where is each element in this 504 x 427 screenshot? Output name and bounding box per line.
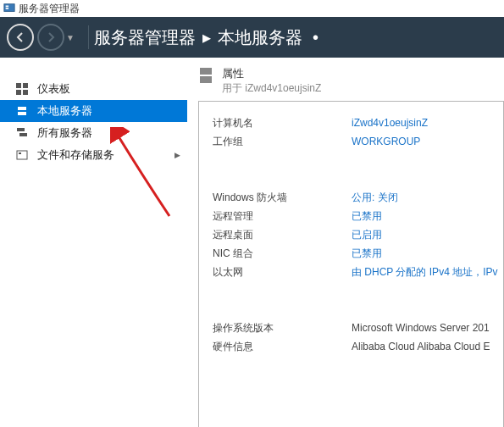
os-value: Microsoft Windows Server 201: [352, 322, 490, 334]
breadcrumb-root[interactable]: 服务器管理器: [94, 26, 196, 49]
storage-icon: [15, 148, 29, 162]
computer-name-link[interactable]: iZwd4v1oeujsinZ: [352, 117, 428, 129]
sidebar-item-label: 本地服务器: [37, 103, 92, 119]
prop-label: 计算机名: [213, 116, 352, 130]
svg-rect-13: [200, 68, 212, 75]
remote-desktop-link[interactable]: 已启用: [352, 228, 382, 242]
nic-link[interactable]: 已禁用: [352, 247, 382, 261]
workgroup-link[interactable]: WORKGROUP: [352, 136, 420, 147]
header: ▼ 服务器管理器 ▸ 本地服务器 •: [0, 17, 504, 58]
breadcrumb-separator: ▸: [202, 27, 211, 47]
dashboard-icon: [15, 82, 29, 96]
sidebar-item-local-server[interactable]: 本地服务器: [0, 100, 187, 122]
servers-icon: [15, 126, 29, 140]
sidebar-item-all-servers[interactable]: 所有服务器: [0, 122, 187, 144]
breadcrumb-current: 本地服务器: [218, 26, 302, 49]
sidebar-item-dashboard[interactable]: 仪表板: [0, 78, 187, 100]
properties-panel: 计算机名iZwd4v1oeujsinZ 工作组WORKGROUP Windows…: [198, 101, 504, 427]
svg-rect-5: [16, 90, 21, 95]
prop-label: Windows 防火墙: [213, 191, 352, 205]
prop-label: NIC 组合: [213, 247, 352, 261]
sidebar-item-label: 所有服务器: [37, 125, 92, 141]
svg-rect-11: [17, 151, 27, 159]
nav-dropdown-icon[interactable]: ▼: [66, 33, 75, 42]
properties-icon: [198, 66, 213, 85]
svg-rect-1: [6, 6, 9, 8]
sidebar-item-label: 仪表板: [37, 81, 70, 97]
prop-label: 远程管理: [213, 209, 352, 224]
svg-rect-8: [18, 112, 26, 115]
sidebar-item-file-storage[interactable]: 文件和存储服务 ▶: [0, 144, 187, 166]
svg-rect-12: [19, 152, 21, 154]
prop-label: 以太网: [213, 265, 352, 280]
breadcrumb: 服务器管理器 ▸ 本地服务器 •: [94, 26, 318, 49]
back-button[interactable]: [7, 24, 34, 51]
svg-rect-3: [16, 83, 21, 88]
svg-rect-6: [23, 90, 28, 95]
firewall-link[interactable]: 公用: 关闭: [352, 191, 398, 205]
svg-rect-7: [18, 107, 26, 110]
prop-label: 远程桌面: [213, 228, 352, 242]
ethernet-link[interactable]: 由 DHCP 分配的 IPv4 地址，IPv: [352, 265, 497, 280]
svg-rect-9: [17, 128, 25, 131]
prop-label: 工作组: [213, 135, 352, 149]
svg-rect-10: [19, 133, 27, 136]
hw-value: Alibaba Cloud Alibaba Cloud E: [352, 341, 490, 352]
section-subtitle: 用于 iZwd4v1oeujsinZ: [222, 81, 321, 96]
main-pane: 属性 用于 iZwd4v1oeujsinZ 计算机名iZwd4v1oeujsin…: [188, 58, 504, 427]
server-icon: [15, 104, 29, 118]
remote-mgmt-link[interactable]: 已禁用: [352, 209, 382, 224]
sidebar-item-label: 文件和存储服务: [37, 147, 114, 163]
prop-label: 硬件信息: [213, 340, 352, 354]
chevron-right-icon: ▶: [174, 151, 180, 159]
app-icon: [3, 3, 15, 14]
svg-rect-4: [23, 83, 28, 88]
svg-rect-14: [200, 76, 212, 83]
titlebar: 服务器管理器: [0, 0, 504, 17]
breadcrumb-dot: •: [313, 28, 318, 47]
prop-label: 操作系统版本: [213, 321, 352, 336]
sidebar: 仪表板 本地服务器 所有服务器 文件和存储服务 ▶: [0, 58, 188, 427]
section-title: 属性: [222, 66, 321, 81]
svg-rect-2: [6, 8, 9, 9]
separator: [88, 25, 89, 49]
forward-button[interactable]: [37, 24, 64, 51]
titlebar-title: 服务器管理器: [19, 2, 80, 16]
